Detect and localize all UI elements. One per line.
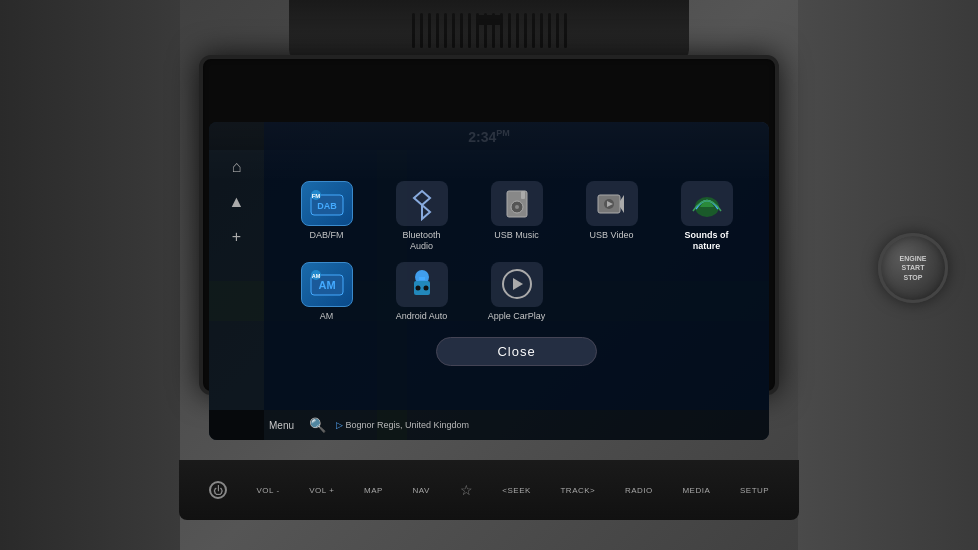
- star-icon: ☆: [460, 482, 473, 498]
- close-button[interactable]: Close: [436, 337, 596, 366]
- vol-plus-label: VOL +: [309, 486, 334, 495]
- screen-bezel: 2:34PM ⌂ ▲ + DAB FM: [199, 55, 779, 395]
- svg-point-20: [423, 286, 428, 291]
- menu-label[interactable]: Menu: [269, 420, 294, 431]
- usb-video-label: USB Video: [590, 230, 634, 241]
- svg-marker-9: [620, 195, 624, 213]
- vent-slot: [428, 13, 431, 48]
- nav-button[interactable]: NAV: [413, 486, 430, 495]
- start-label-start: START: [902, 263, 925, 272]
- vent-slot: [540, 13, 543, 48]
- controls-bar: ⏻ VOL - VOL + MAP NAV ☆ <SEEK TRACK> RAD…: [179, 460, 799, 520]
- vol-minus-button[interactable]: VOL -: [257, 486, 280, 495]
- vent-sensor: [477, 15, 502, 25]
- android-auto-label: Android Auto: [396, 311, 448, 322]
- location-text: Bognor Regis, United Kingdom: [336, 420, 709, 430]
- media-grid-row1: DAB FM DAB/FM BluetoothAudio: [264, 166, 769, 262]
- radio-label: RADIO: [625, 486, 653, 495]
- nav-label: NAV: [413, 486, 430, 495]
- media-item-android-auto[interactable]: Android Auto: [379, 262, 464, 322]
- media-item-usb-video[interactable]: USB Video: [569, 181, 654, 252]
- svg-text:FM: FM: [311, 193, 320, 199]
- dab-fm-icon: DAB FM: [308, 187, 346, 221]
- start-label-stop: STOP: [904, 273, 923, 282]
- vent-area: [289, 0, 689, 60]
- dash-right: ENGINE START STOP: [798, 0, 978, 550]
- svg-text:AM: AM: [318, 279, 335, 291]
- usb-video-icon: [594, 187, 630, 221]
- media-item-am[interactable]: AM AM AM: [284, 262, 369, 322]
- vent-slot: [452, 13, 455, 48]
- android-auto-icon-wrap: [396, 262, 448, 307]
- apple-carplay-icon-wrap: [491, 262, 543, 307]
- apple-carplay-icon: [498, 267, 536, 301]
- dash-left: [0, 0, 180, 550]
- usb-music-icon: [499, 187, 535, 221]
- radio-button[interactable]: RADIO: [625, 486, 653, 495]
- media-button[interactable]: MEDIA: [682, 486, 710, 495]
- sidebar-home-icon[interactable]: ⌂: [219, 152, 254, 182]
- sounds-nature-icon-wrap: [681, 181, 733, 226]
- setup-button[interactable]: SETUP: [740, 486, 769, 495]
- media-item-usb-music[interactable]: USB Music: [474, 181, 559, 252]
- vent-slot: [524, 13, 527, 48]
- dab-fm-icon-wrap: DAB FM: [301, 181, 353, 226]
- vent-slot: [532, 13, 535, 48]
- seek-back-label: <SEEK: [502, 486, 531, 495]
- media-item-apple-carplay[interactable]: Apple CarPlay: [474, 262, 559, 322]
- screen-sidebar: ⌂ ▲ +: [209, 122, 264, 440]
- svg-point-6: [515, 205, 519, 209]
- usb-video-icon-wrap: [586, 181, 638, 226]
- apple-carplay-label: Apple CarPlay: [488, 311, 546, 322]
- bluetooth-icon-wrap: [396, 181, 448, 226]
- map-label: MAP: [364, 486, 383, 495]
- svg-marker-23: [513, 278, 523, 290]
- am-label: AM: [320, 311, 334, 322]
- vent-slot: [412, 13, 415, 48]
- vent-slot: [548, 13, 551, 48]
- vent-slot: [420, 13, 423, 48]
- bluetooth-label: BluetoothAudio: [402, 230, 440, 252]
- power-button[interactable]: ⏻: [209, 481, 227, 499]
- svg-rect-7: [521, 191, 525, 199]
- dab-fm-label: DAB/FM: [309, 230, 343, 241]
- svg-text:DAB: DAB: [317, 201, 337, 211]
- vent-slot: [516, 13, 519, 48]
- map-button[interactable]: MAP: [364, 486, 383, 495]
- track-forward-button[interactable]: TRACK>: [560, 486, 595, 495]
- media-selection-modal: DAB FM DAB/FM BluetoothAudio: [264, 122, 769, 410]
- am-icon-wrap: AM AM: [301, 262, 353, 307]
- start-label-engine: ENGINE: [900, 254, 927, 263]
- media-item-sounds-nature[interactable]: Sounds ofnature: [664, 181, 749, 252]
- screen-bottom-bar: Menu 🔍 Bognor Regis, United Kingdom: [209, 410, 769, 440]
- bluetooth-icon: [408, 187, 436, 221]
- android-auto-icon: [403, 267, 441, 301]
- sidebar-nav-icon[interactable]: ▲: [219, 187, 254, 217]
- vent-slot: [468, 13, 471, 48]
- vent-slot: [460, 13, 463, 48]
- vent-slot: [444, 13, 447, 48]
- sounds-nature-label: Sounds ofnature: [685, 230, 729, 252]
- power-icon: ⏻: [209, 481, 227, 499]
- svg-rect-21: [419, 277, 425, 280]
- vol-plus-button[interactable]: VOL +: [309, 486, 334, 495]
- svg-text:AM: AM: [311, 273, 320, 279]
- media-item-bluetooth[interactable]: BluetoothAudio: [379, 181, 464, 252]
- setup-label: SETUP: [740, 486, 769, 495]
- sounds-nature-icon: [688, 187, 726, 221]
- media-label-ctrl: MEDIA: [682, 486, 710, 495]
- vol-minus-label: VOL -: [257, 486, 280, 495]
- search-icon[interactable]: 🔍: [309, 417, 326, 433]
- favorites-button[interactable]: ☆: [460, 482, 473, 498]
- vent-slot: [564, 13, 567, 48]
- media-item-dab-fm[interactable]: DAB FM DAB/FM: [284, 181, 369, 252]
- sidebar-add-icon[interactable]: +: [219, 222, 254, 252]
- svg-point-19: [415, 286, 420, 291]
- usb-music-icon-wrap: [491, 181, 543, 226]
- seek-back-button[interactable]: <SEEK: [502, 486, 531, 495]
- infotainment-screen: 2:34PM ⌂ ▲ + DAB FM: [209, 122, 769, 440]
- am-icon: AM AM: [308, 267, 346, 301]
- media-grid-row2: AM AM AM: [264, 262, 769, 332]
- engine-start-button[interactable]: ENGINE START STOP: [878, 233, 948, 303]
- usb-music-label: USB Music: [494, 230, 539, 241]
